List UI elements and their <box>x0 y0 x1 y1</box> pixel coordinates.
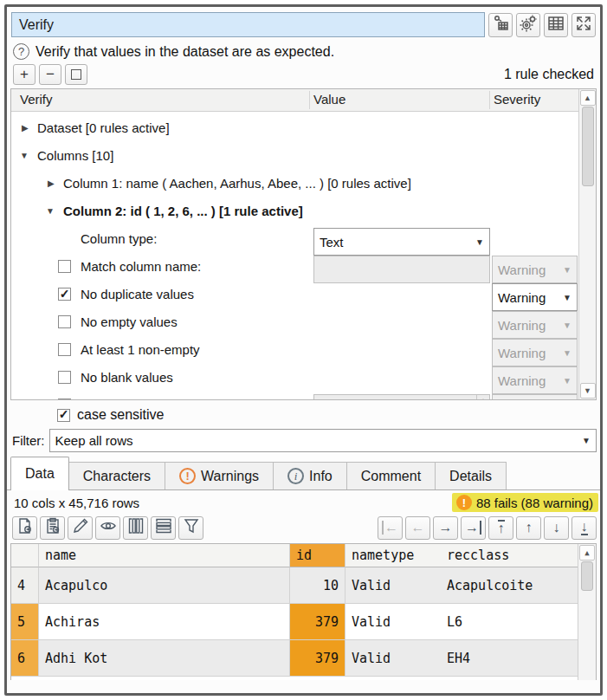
next-column-button[interactable]: → <box>433 516 458 540</box>
cell-name[interactable]: Acapulco <box>39 567 290 604</box>
tab-info[interactable]: i Info <box>273 462 347 489</box>
grid-header-nametype[interactable]: nametype <box>345 544 441 567</box>
row-header-highlighted[interactable]: 5 <box>11 604 39 640</box>
fails-badge[interactable]: ! 88 fails (88 warning) <box>452 493 598 512</box>
match-column-name-checkbox[interactable] <box>58 260 71 273</box>
header-divider <box>489 91 490 109</box>
chevron-down-icon[interactable]: ▼ <box>20 151 29 160</box>
clear-rules-button[interactable] <box>65 64 87 85</box>
view-button[interactable] <box>95 516 120 540</box>
expand-button[interactable] <box>571 13 596 37</box>
paste-clipboard-button[interactable] <box>40 516 65 540</box>
link-table-button[interactable] <box>488 13 513 37</box>
settings-button[interactable] <box>516 13 540 37</box>
severity-value: Warning <box>498 262 563 277</box>
scroll-down-icon[interactable]: ▼ <box>580 383 596 399</box>
row-header[interactable]: 4 <box>11 567 39 604</box>
column-type-dropdown[interactable]: Text ▼ <box>313 228 490 256</box>
cell-nametype[interactable]: Valid <box>345 604 441 640</box>
tree-scroll-thumb[interactable] <box>582 107 594 186</box>
copy-file-button[interactable] <box>12 516 37 540</box>
expand-rules-button[interactable]: + <box>13 64 36 85</box>
column-header-verify[interactable]: Verify <box>20 92 53 107</box>
column1-label: Column 1: name ( Aachen, Aarhus, Abee, .… <box>63 176 411 191</box>
last-row-button[interactable]: ↓ <box>571 516 597 540</box>
settings-gears-icon <box>520 15 537 36</box>
minimum-characters-checkbox[interactable] <box>58 399 71 399</box>
column-header-value[interactable]: Value <box>313 92 345 107</box>
match-severity-dropdown[interactable]: Warning ▼ <box>492 256 578 283</box>
next-column-icon: → <box>439 521 453 535</box>
chevron-right-icon[interactable]: ▶ <box>48 178 55 188</box>
cell-recclass[interactable]: EH4 <box>441 640 578 677</box>
last-column-button[interactable]: → <box>461 516 486 540</box>
chevron-down-icon: ▼ <box>475 237 484 247</box>
cell-id-highlighted[interactable]: 379 <box>290 640 345 677</box>
tab-comment[interactable]: Comment <box>346 462 436 489</box>
tab-characters[interactable]: Characters <box>68 462 165 489</box>
at-least-one-severity-dropdown[interactable]: Warning ▼ <box>492 339 578 366</box>
cell-name[interactable]: Achiras <box>39 604 290 640</box>
collapse-rules-button[interactable]: − <box>39 64 61 85</box>
cell-recclass[interactable]: Acapulcoite <box>441 567 578 604</box>
tab-warnings[interactable]: ! Warnings <box>165 462 274 489</box>
minus-icon: − <box>46 66 55 83</box>
tree-row-columns-group[interactable]: ▼ Columns [10] <box>11 143 578 171</box>
chevron-right-icon[interactable]: ▶ <box>22 123 29 133</box>
filter-button[interactable] <box>178 516 203 540</box>
tree-row-column1[interactable]: ▶ Column 1: name ( Aachen, Aarhus, Abee,… <box>11 171 578 198</box>
minimum-characters-spinbox[interactable]: 1 ▲ <box>313 394 490 399</box>
first-column-button[interactable]: ← <box>378 516 403 540</box>
min-chars-severity-dropdown[interactable]: Warning ▼ <box>492 394 578 399</box>
tab-data[interactable]: Data <box>10 457 69 490</box>
duplicate-severity-dropdown[interactable]: Warning ▼ <box>492 283 578 311</box>
dataset-status-row: 10 cols x 45,716 rows ! 88 fails (88 war… <box>7 490 600 514</box>
match-column-name-input[interactable] <box>313 256 490 283</box>
help-question-icon[interactable]: ? <box>13 43 29 60</box>
scroll-up-icon[interactable]: ▲ <box>580 90 596 106</box>
grid-scrollbar[interactable]: ▲ <box>578 544 596 680</box>
edit-button[interactable] <box>68 516 93 540</box>
fails-text: 88 fails (88 warning) <box>476 496 593 510</box>
grid-header-id-highlighted[interactable]: id <box>290 544 345 567</box>
prev-row-button[interactable]: ↑ <box>516 516 541 540</box>
grid-header-recclass[interactable]: recclass <box>441 544 578 567</box>
cell-id[interactable]: 10 <box>290 567 345 604</box>
spinner-arrows-icon[interactable]: ▲ <box>476 395 489 399</box>
case-sensitive-checkbox[interactable] <box>57 409 70 422</box>
first-row-button[interactable]: ↑ <box>488 516 513 540</box>
tab-details[interactable]: Details <box>435 462 507 489</box>
rows-button[interactable] <box>151 516 176 540</box>
cell-id-highlighted[interactable]: 379 <box>290 604 345 640</box>
table-view-button[interactable] <box>544 13 568 37</box>
table-row[interactable]: 5 Achiras 379 Valid L6 <box>11 604 578 640</box>
grid-scroll-thumb[interactable] <box>581 561 593 591</box>
cell-nametype[interactable]: Valid <box>345 567 441 604</box>
transform-title-input[interactable]: Verify <box>11 12 485 37</box>
prev-column-button[interactable]: ← <box>405 516 430 540</box>
empty-severity-dropdown[interactable]: Warning ▼ <box>492 311 578 339</box>
blank-severity-dropdown[interactable]: Warning ▼ <box>492 366 578 394</box>
chevron-down-icon[interactable]: ▼ <box>46 206 55 216</box>
cell-recclass[interactable]: L6 <box>441 604 578 640</box>
next-row-button[interactable]: ↓ <box>544 516 569 540</box>
column-header-severity[interactable]: Severity <box>494 92 540 107</box>
tree-row-column2[interactable]: ▼ Column 2: id ( 1, 2, 6, ... ) [1 rule … <box>11 198 578 226</box>
no-duplicate-values-checkbox[interactable] <box>58 288 71 301</box>
no-blank-values-checkbox[interactable] <box>58 371 71 384</box>
table-row[interactable]: 4 Acapulco 10 Valid Acapulcoite <box>11 567 578 604</box>
corner-cell[interactable] <box>11 544 39 567</box>
scroll-up-icon[interactable]: ▲ <box>579 545 595 561</box>
cell-name[interactable]: Adhi Kot <box>39 640 290 677</box>
filter-dropdown[interactable]: Keep all rows ▼ <box>49 429 597 452</box>
cell-nametype[interactable]: Valid <box>345 640 441 677</box>
table-row[interactable]: 6 Adhi Kot 379 Valid EH4 <box>11 640 578 677</box>
row-header-highlighted[interactable]: 6 <box>11 640 39 677</box>
tree-row-dataset[interactable]: ▶ Dataset [0 rules active] <box>11 115 578 143</box>
grid-header-name[interactable]: name <box>39 544 290 567</box>
rules-toolbar: + − 1 rule checked <box>7 62 600 88</box>
at-least-one-checkbox[interactable] <box>58 343 71 356</box>
no-empty-values-checkbox[interactable] <box>58 315 71 328</box>
columns-button[interactable] <box>123 516 148 540</box>
tree-scrollbar[interactable]: ▲ ▼ <box>578 89 596 399</box>
